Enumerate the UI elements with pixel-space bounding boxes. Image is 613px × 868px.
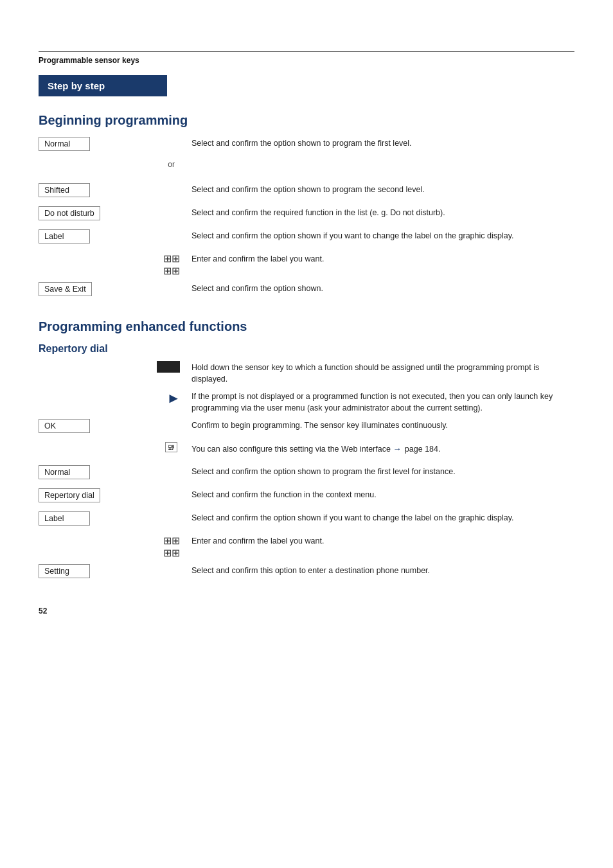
setting-key: Setting [39, 564, 180, 578]
enhanced-functions-heading: Programming enhanced functions [39, 319, 574, 334]
note-icon-left: ► [39, 390, 180, 407]
normal-row-1: Normal Select and confirm the option sho… [39, 137, 574, 155]
or-row: or [39, 160, 574, 178]
key-setting: Setting [39, 564, 90, 578]
arrow-page-ref: → page 184. [393, 445, 440, 454]
label-key-1: Label [39, 229, 180, 244]
key-label-1: Label [39, 229, 90, 244]
repertory-dial-rows: Hold down the sensor key to which a func… [39, 361, 574, 587]
ok-key: OK [39, 419, 180, 433]
grid-icon-left-1: ⊞⊞⊞⊞ [39, 252, 180, 277]
label-row-2: Label Select and confirm the option show… [39, 511, 574, 529]
note-arrow-icon: ► [166, 390, 180, 407]
black-rect-desc: Hold down the sensor key to which a func… [180, 361, 574, 385]
key-shifted: Shifted [39, 183, 90, 197]
grid-icon-left-2: ⊞⊞⊞⊞ [39, 535, 180, 559]
save-exit-key: Save & Exit [39, 282, 180, 296]
normal-desc-1: Select and confirm the option shown to p… [180, 137, 574, 150]
label-desc-1: Select and confirm the option shown if y… [180, 229, 574, 242]
note-body: If the prompt is not displayed or a prog… [191, 392, 553, 412]
save-exit-desc: Select and confirm the option shown. [180, 282, 574, 295]
normal-key-2: Normal [39, 465, 180, 479]
grid-desc-2: Enter and confirm the label you want. [180, 535, 574, 547]
key-save-exit: Save & Exit [39, 282, 92, 296]
key-ok: OK [39, 419, 90, 433]
key-repertory-dial: Repertory dial [39, 488, 100, 502]
step-by-step-box: Step by step [39, 75, 167, 96]
enhanced-functions-section: Programming enhanced functions Repertory… [39, 319, 574, 587]
normal-desc-2: Select and confirm the option shown to p… [180, 465, 574, 478]
repertory-dial-row: Repertory dial Select and confirm the fu… [39, 488, 574, 506]
web-icon-row: 🖳 You can also configure this setting vi… [39, 442, 574, 460]
web-icon: 🖳 [165, 442, 177, 452]
black-rect-row: Hold down the sensor key to which a func… [39, 361, 574, 385]
setting-row: Setting Select and confirm this option t… [39, 564, 574, 582]
key-normal-1: Normal [39, 137, 90, 151]
section-header-line: Programmable sensor keys [39, 51, 574, 65]
web-desc: You can also configure this setting via … [180, 442, 574, 456]
or-label: or [39, 160, 180, 169]
do-not-disturb-row: Do not disturb Select and confirm the re… [39, 206, 574, 224]
normal-row-2: Normal Select and confirm the option sho… [39, 465, 574, 483]
ok-row: OK Confirm to begin programming. The sen… [39, 419, 574, 437]
note-text-content: If the prompt is not displayed or a prog… [180, 390, 574, 414]
setting-desc: Select and confirm this option to enter … [180, 564, 574, 577]
repertory-dial-key: Repertory dial [39, 488, 180, 502]
grid-desc-1: Enter and confirm the label you want. [180, 252, 574, 265]
black-rect-icon [157, 361, 180, 373]
repertory-dial-desc: Select and confirm the function in the c… [180, 488, 574, 501]
repertory-dial-subheading: Repertory dial [39, 343, 574, 355]
label-row-1: Label Select and confirm the option show… [39, 229, 574, 247]
page: Programmable sensor keys Step by step Be… [0, 0, 613, 868]
beginning-programming-rows: Normal Select and confirm the option sho… [39, 137, 574, 305]
beginning-programming-heading: Beginning programming [39, 113, 574, 128]
do-not-disturb-desc: Select and confirm the required function… [180, 206, 574, 219]
key-normal-2: Normal [39, 465, 90, 479]
shifted-row: Shifted Select and confirm the option sh… [39, 183, 574, 201]
key-label-2: Label [39, 511, 90, 526]
grid-icon-2: ⊞⊞⊞⊞ [163, 535, 180, 559]
grid-icon-1: ⊞⊞⊞⊞ [163, 252, 180, 277]
do-not-disturb-key: Do not disturb [39, 206, 180, 220]
black-rect-left [39, 361, 180, 373]
shifted-key: Shifted [39, 183, 180, 197]
page-number: 52 [39, 607, 574, 616]
save-exit-row: Save & Exit Select and confirm the optio… [39, 282, 574, 300]
label-key-2: Label [39, 511, 180, 526]
key-do-not-disturb: Do not disturb [39, 206, 100, 220]
grid-icon-row-2: ⊞⊞⊞⊞ Enter and confirm the label you wan… [39, 535, 574, 559]
label-desc-2: Select and confirm the option shown if y… [180, 511, 574, 524]
shifted-desc: Select and confirm the option shown to p… [180, 183, 574, 196]
section-header-title: Programmable sensor keys [39, 56, 574, 65]
normal-key-1: Normal [39, 137, 180, 151]
note-row: ► If the prompt is not displayed or a pr… [39, 390, 574, 414]
web-icon-left: 🖳 [39, 442, 180, 452]
ok-desc: Confirm to begin programming. The sensor… [180, 419, 574, 432]
grid-icon-row-1: ⊞⊞⊞⊞ Enter and confirm the label you wan… [39, 252, 574, 277]
